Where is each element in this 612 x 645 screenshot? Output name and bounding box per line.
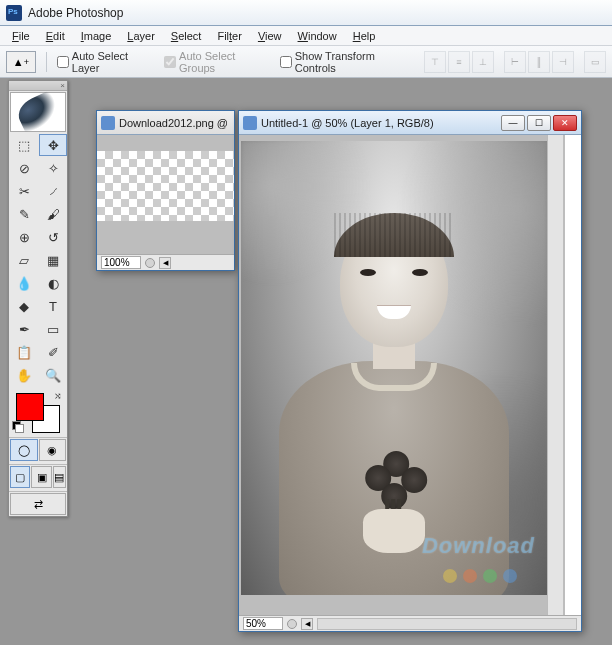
eyedropper-tool[interactable]: ✐ [39,341,67,363]
magic-wand-tool[interactable]: ✧ [39,157,67,179]
lasso-tool[interactable]: ⊘ [10,157,38,179]
show-transform-controls-checkbox[interactable]: Show Transform Controls [280,50,418,74]
align-left-button[interactable]: ⊢ [504,51,526,73]
swap-colors-icon[interactable]: ⤭ [54,391,62,401]
align-vcenter-button[interactable]: ≡ [448,51,470,73]
scroll-left-arrow[interactable]: ◀ [301,618,313,630]
document-title: Download2012.png @ [119,117,230,129]
watermark-text: Download [422,533,535,559]
app-titlebar: Adobe Photoshop [0,0,612,26]
history-brush-tool[interactable]: ↺ [39,226,67,248]
align-bottom-button[interactable]: ⊥ [472,51,494,73]
screen-mode-full-menu-button[interactable]: ▣ [31,466,51,488]
status-menu-icon[interactable] [287,619,297,629]
auto-select-layer-checkbox[interactable]: Auto Select Layer [57,50,158,74]
shape-tool[interactable]: ▭ [39,318,67,340]
vertical-scrollbar[interactable] [547,135,563,615]
align-hcenter-button[interactable]: ║ [528,51,550,73]
zoom-input[interactable] [101,256,141,269]
slice-tool[interactable]: ⟋ [39,180,67,202]
menu-layer[interactable]: Layer [119,28,163,44]
tools-panel-header[interactable]: × [9,81,67,91]
eraser-tool[interactable]: ▱ [10,249,38,271]
type-tool[interactable]: T [39,295,67,317]
distribute-button[interactable]: ▭ [584,51,606,73]
document-canvas-area[interactable] [97,135,234,254]
photoshop-icon [6,5,22,21]
menu-view[interactable]: View [250,28,290,44]
workspace: × ⬚ ✥ ⊘ ✧ ✂ ⟋ ✎ 🖌 ⊕ ↺ ▱ ▦ 💧 ◐ ◆ T ✒ ▭ 📋 … [0,78,612,645]
options-bar: ▲+ Auto Select Layer Auto Select Groups … [0,46,612,78]
auto-select-layer-label: Auto Select Layer [72,50,158,74]
screen-mode-standard-button[interactable]: ▢ [10,466,30,488]
crop-tool[interactable]: ✂ [10,180,38,202]
transparent-canvas [97,151,234,221]
document-titlebar[interactable]: Untitled-1 @ 50% (Layer 1, RGB/8) — ☐ ✕ [239,111,581,135]
document-window-untitled1[interactable]: Untitled-1 @ 50% (Layer 1, RGB/8) — ☐ ✕ [238,110,582,632]
minimize-button[interactable]: — [501,115,525,131]
document-title: Untitled-1 @ 50% (Layer 1, RGB/8) [261,117,497,129]
zoom-input[interactable] [243,617,283,630]
current-tool-indicator[interactable]: ▲+ [6,51,36,73]
zoom-tool[interactable]: 🔍 [39,364,67,386]
menu-bar: File Edit Image Layer Select Filter View… [0,26,612,46]
default-colors-icon[interactable] [12,421,24,433]
window-controls: — ☐ ✕ [501,115,577,131]
brush-tool[interactable]: 🖌 [39,203,67,225]
move-tool[interactable]: ✥ [39,134,67,156]
app-title: Adobe Photoshop [28,6,123,20]
menu-select[interactable]: Select [163,28,210,44]
show-transform-label: Show Transform Controls [295,50,418,74]
auto-select-groups-checkbox[interactable]: Auto Select Groups [164,50,274,74]
gradient-tool[interactable]: ▦ [39,249,67,271]
imageready-button[interactable]: ⇄ [10,493,66,515]
maximize-button[interactable]: ☐ [527,115,551,131]
scroll-left-arrow[interactable]: ◀ [159,257,171,269]
foreground-color-swatch[interactable] [16,393,44,421]
menu-help[interactable]: Help [345,28,384,44]
clone-stamp-tool[interactable]: ⊕ [10,226,38,248]
menu-window[interactable]: Window [290,28,345,44]
separator [46,52,47,72]
menu-file[interactable]: File [4,28,38,44]
notes-tool[interactable]: 📋 [10,341,38,363]
image-canvas[interactable]: Download [241,141,547,595]
dodge-tool[interactable]: ◐ [39,272,67,294]
document-window-download2012[interactable]: Download2012.png @ ◀ [96,110,235,271]
menu-filter[interactable]: Filter [209,28,249,44]
close-icon[interactable]: × [60,81,65,90]
document-icon [243,116,257,130]
document-status-bar: ◀ [239,615,581,631]
document-titlebar[interactable]: Download2012.png @ [97,111,234,135]
document-status-bar: ◀ [97,254,234,270]
hand-tool[interactable]: ✋ [10,364,38,386]
path-selection-tool[interactable]: ◆ [10,295,38,317]
feather-icon [14,90,63,134]
healing-brush-tool[interactable]: ✎ [10,203,38,225]
standard-mode-button[interactable]: ◯ [10,439,38,461]
align-top-button[interactable]: ⊤ [424,51,446,73]
document-canvas-area[interactable]: Download [239,135,565,615]
align-right-button[interactable]: ⊣ [552,51,574,73]
horizontal-scrollbar[interactable] [317,618,577,630]
quick-mask-mode-button[interactable]: ◉ [39,439,67,461]
close-button[interactable]: ✕ [553,115,577,131]
color-swatches: ⤭ [10,389,66,435]
menu-edit[interactable]: Edit [38,28,73,44]
tools-panel: × ⬚ ✥ ⊘ ✧ ✂ ⟋ ✎ 🖌 ⊕ ↺ ▱ ▦ 💧 ◐ ◆ T ✒ ▭ 📋 … [8,80,68,517]
status-menu-icon[interactable] [145,258,155,268]
pen-tool[interactable]: ✒ [10,318,38,340]
blur-tool[interactable]: 💧 [10,272,38,294]
watermark-dots [443,569,517,583]
align-button-group: ⊤ ≡ ⊥ ⊢ ║ ⊣ ▭ [424,51,606,73]
auto-select-groups-label: Auto Select Groups [179,50,274,74]
document-icon [101,116,115,130]
menu-image[interactable]: Image [73,28,120,44]
marquee-tool[interactable]: ⬚ [10,134,38,156]
screen-mode-full-button[interactable]: ▤ [53,466,66,488]
tool-preview [10,92,66,132]
